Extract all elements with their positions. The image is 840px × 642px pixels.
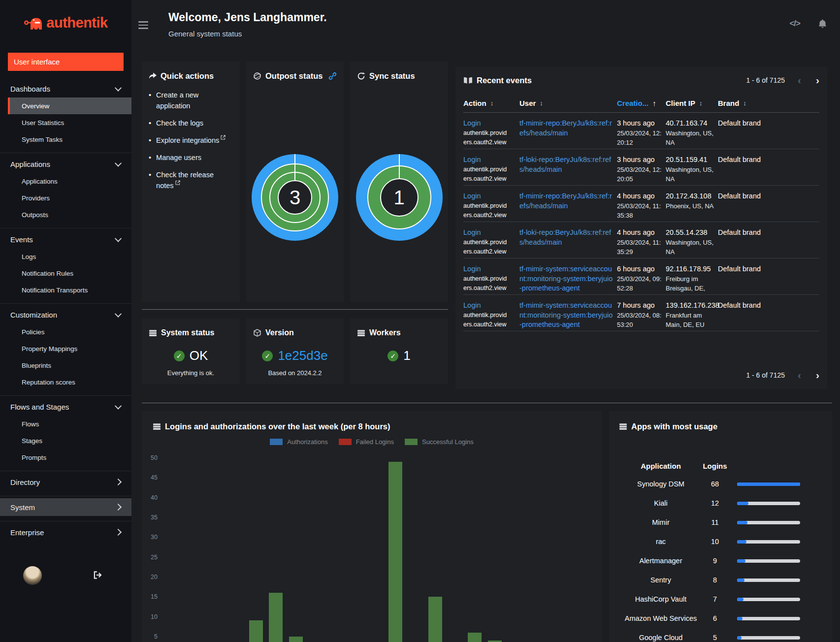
event-user-link[interactable]: tf-mimir-system:serviceaccount:monitorin… (519, 264, 614, 293)
pagination-label: 1 - 6 of 7125 (746, 371, 785, 379)
sync-status-donut: 1 (356, 154, 443, 241)
sidebar-section-system[interactable]: System (0, 498, 131, 516)
event-user-link[interactable]: tf-mimir-repo:BeryJu/k8s:ref:refs/heads/… (519, 119, 614, 138)
sidebar-item-prompts[interactable]: Prompts (0, 449, 131, 466)
sidebar-item-logs[interactable]: Logs (0, 248, 131, 265)
events-table: Action↕User↕Creatio...↑Client IP↕Brand↕ … (463, 99, 819, 331)
sidebar-section-applications[interactable]: Applications (0, 155, 131, 173)
check-circle-icon: ✓ (262, 351, 273, 361)
legend-item-failed-logins: Failed Logins (339, 438, 394, 446)
app-usage-progress-fill (737, 578, 744, 582)
sidebar-section-flows-and-stages[interactable]: Flows and Stages (0, 398, 131, 416)
sidebar-item-blueprints[interactable]: Blueprints (0, 357, 131, 374)
event-action-link[interactable]: Login (463, 264, 519, 274)
authentik-logo[interactable]: authentik (0, 0, 131, 31)
event-user-link[interactable]: tf-loki-repo:BeryJu/k8s:ref:refs/heads/m… (519, 228, 614, 247)
event-creation-cell: 6 hours ago25/03/2024, 09:52:28 (617, 264, 666, 295)
legend-item-authorizations: Authorizations (270, 438, 327, 446)
pagination-prev-button[interactable]: ‹ (798, 74, 801, 86)
event-action-link[interactable]: Login (463, 192, 519, 201)
user-interface-button[interactable]: User interface (8, 53, 124, 71)
sidebar-item-flows[interactable]: Flows (0, 416, 131, 432)
sidebar-item-providers[interactable]: Providers (0, 190, 131, 206)
app-logins-count: 10 (698, 537, 732, 546)
event-action-link[interactable]: Login (463, 301, 519, 311)
pagination-next-button[interactable]: › (816, 369, 819, 381)
events-sort-header-brand[interactable]: Brand↕ (718, 99, 763, 107)
event-row: Loginauthentik.providers.oauth2.views.to… (463, 258, 819, 295)
sidebar-section-events[interactable]: Events (0, 230, 131, 248)
sidebar-item-applications[interactable]: Applications (0, 173, 131, 190)
pagination-prev-button[interactable]: ‹ (798, 369, 801, 381)
event-user-cell: tf-mimir-system:serviceaccount:monitorin… (519, 264, 617, 295)
app-usage-progress-fill (737, 636, 742, 640)
event-user-link[interactable]: tf-loki-repo:BeryJu/k8s:ref:refs/heads/m… (519, 155, 614, 174)
y-tick-label: 10 (145, 613, 158, 620)
event-user-link[interactable]: tf-mimir-repo:BeryJu/k8s:ref:refs/heads/… (519, 192, 614, 211)
app-logins-count: 9 (698, 556, 732, 566)
sidebar-item-user-statistics[interactable]: User Statistics (0, 114, 131, 131)
chart-bar (468, 633, 482, 642)
sidebar-item-system-tasks[interactable]: System Tasks (0, 131, 131, 148)
menu-button[interactable] (138, 21, 148, 31)
notifications-bell-icon[interactable] (818, 19, 827, 29)
sidebar-item-reputation-scores[interactable]: Reputation scores (0, 374, 131, 390)
event-brand-cell: Default brand (718, 119, 763, 149)
apps-rows: Synology DSM68Kiali12Mimir11rac10Alertma… (619, 479, 822, 642)
brand-name: authentik (46, 15, 107, 31)
apps-usage-row: Amazon Web Services6 (619, 613, 822, 633)
event-action-link[interactable]: Login (463, 228, 519, 238)
sidebar-nav: DashboardsOverviewUser StatisticsSystem … (0, 79, 131, 545)
sidebar-item-notification-rules[interactable]: Notification Rules (0, 265, 131, 282)
app-logins-count: 6 (698, 613, 732, 623)
sidebar-item-outposts[interactable]: Outposts (0, 206, 131, 223)
system-status-title: System status (161, 328, 215, 337)
event-user-link[interactable]: tf-mimir-system:serviceaccount:monitorin… (519, 301, 614, 330)
pagination-next-button[interactable]: › (816, 74, 819, 86)
events-sort-header-action[interactable]: Action↕ (463, 99, 519, 107)
sidebar-section-directory[interactable]: Directory (0, 473, 131, 491)
chart-bar (249, 620, 263, 642)
avatar[interactable] (23, 566, 42, 585)
event-action-sub: authentik.providers.oauth2.views.token (463, 311, 509, 332)
quick-action-explore-integrations[interactable]: •Explore integrations (149, 135, 233, 146)
event-creation-cell: 4 hours ago25/03/2024, 11:35:29 (617, 228, 666, 258)
events-sort-header-user[interactable]: User↕ (519, 99, 617, 107)
chevron-down-icon (115, 235, 122, 242)
sidebar-section-dashboards[interactable]: Dashboards (0, 80, 131, 97)
apps-col-application: Application (624, 462, 698, 470)
recent-events-card: Recent events 1 - 6 of 7125 ‹ › Action↕U… (455, 66, 827, 389)
api-code-icon[interactable]: </> (789, 19, 800, 29)
sidebar-section-enterprise[interactable]: Enterprise (0, 523, 131, 541)
sidebar-item-notification-transports[interactable]: Notification Transports (0, 282, 131, 298)
sidebar-section-customization[interactable]: Customization (0, 306, 131, 323)
app-usage-progress-bar (737, 540, 800, 544)
events-sort-header-creatio-[interactable]: Creatio...↑ (617, 99, 666, 107)
sidebar-item-property-mappings[interactable]: Property Mappings (0, 340, 131, 357)
app-usage-progress-bar (737, 636, 800, 640)
quick-action-create-a-new-application[interactable]: •Create a new application (149, 90, 233, 111)
event-creation-cell: 3 hours ago25/03/2024, 12:20:12 (617, 119, 666, 149)
events-table-header: Action↕User↕Creatio...↑Client IP↕Brand↕ (463, 99, 819, 113)
chevron-right-icon (115, 504, 122, 511)
event-user-cell: tf-loki-repo:BeryJu/k8s:ref:refs/heads/m… (519, 155, 617, 186)
server-icon (357, 329, 365, 337)
sidebar-item-stages[interactable]: Stages (0, 432, 131, 449)
outpost-link-icon[interactable] (328, 72, 337, 80)
check-circle-icon: ✓ (388, 351, 398, 361)
quick-action-check-the-logs[interactable]: •Check the logs (149, 118, 233, 128)
section-divider-bottom (142, 403, 832, 403)
version-value[interactable]: 1e25d3e (278, 348, 327, 363)
app-usage-progress-fill (737, 598, 743, 601)
quick-action-check-the-release-notes[interactable]: •Check the release notes (149, 169, 233, 191)
logout-icon[interactable] (93, 570, 102, 580)
chevron-right-icon (115, 479, 122, 485)
event-action-link[interactable]: Login (463, 155, 519, 165)
event-action-cell: Loginauthentik.providers.oauth2.views.to… (463, 228, 519, 258)
quick-action-manage-users[interactable]: •Manage users (149, 152, 233, 163)
sidebar-item-policies[interactable]: Policies (0, 323, 131, 340)
event-action-link[interactable]: Login (463, 119, 519, 128)
event-action-cell: Loginauthentik.providers.oauth2.views.to… (463, 192, 519, 222)
events-sort-header-client-ip[interactable]: Client IP↕ (666, 99, 718, 107)
sidebar-item-overview[interactable]: Overview (8, 97, 131, 114)
